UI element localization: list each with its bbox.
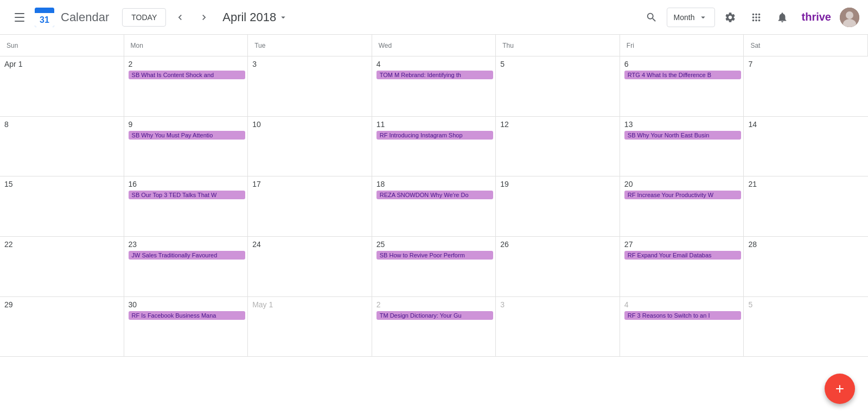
gear-icon <box>724 11 736 23</box>
event-pill[interactable]: SB Why You Must Pay Attentio <box>129 131 246 140</box>
event-pill[interactable]: TOM M Rebrand: Identifying th <box>376 71 494 79</box>
event-pill[interactable]: SB Our Top 3 TED Talks That W <box>129 191 246 199</box>
event-pill[interactable]: SB What Is Content Shock and <box>129 71 246 79</box>
day-cell[interactable]: 2TM Design Dictionary: Your Gu <box>372 297 496 357</box>
day-cell[interactable]: 3 <box>496 297 620 357</box>
day-cell[interactable]: 4TOM M Rebrand: Identifying th <box>372 56 496 117</box>
day-cell[interactable]: 25SB How to Revive Poor Perform <box>372 237 496 297</box>
calendar-icon-number: 31 <box>35 13 54 27</box>
view-mode-selector[interactable]: Month <box>667 8 715 27</box>
event-pill[interactable]: SB Why Your North East Busin <box>624 131 742 140</box>
search-button[interactable] <box>641 7 662 28</box>
day-number: 2 <box>129 60 133 68</box>
hamburger-menu-button[interactable] <box>9 7 30 28</box>
day-number: 30 <box>129 300 137 309</box>
day-number: 6 <box>624 60 629 68</box>
event-pill[interactable]: RF Expand Your Email Databas <box>624 251 742 260</box>
day-number: 27 <box>624 240 633 249</box>
day-cell[interactable]: 23JW Sales Traditionally Favoured <box>124 237 248 297</box>
day-cell[interactable]: 6RTG 4 What Is the Difference B <box>620 56 744 117</box>
day-number: Apr 1 <box>4 60 22 68</box>
day-cell[interactable]: 15 <box>0 176 124 237</box>
apps-grid-icon <box>750 11 762 23</box>
day-cell[interactable]: 10 <box>248 117 372 177</box>
day-number: 28 <box>748 240 757 249</box>
day-cell[interactable]: 28 <box>744 237 868 297</box>
day-number: 19 <box>500 180 509 188</box>
day-header-mon: Mon <box>124 35 248 56</box>
event-pill[interactable]: TM Design Dictionary: Your Gu <box>376 311 494 320</box>
day-number: 24 <box>252 240 261 249</box>
event-pill[interactable]: REZA SNOWDON Why We're Do <box>376 191 494 199</box>
day-cell[interactable]: May 1 <box>248 297 372 357</box>
current-month-label[interactable]: April 2018 <box>222 10 288 24</box>
day-cell[interactable]: 27RF Expand Your Email Databas <box>620 237 744 297</box>
day-cell[interactable]: 8 <box>0 117 124 177</box>
create-event-fab[interactable]: + <box>825 374 855 404</box>
day-cell[interactable]: 21 <box>744 176 868 237</box>
day-cell[interactable]: Apr 1 <box>0 56 124 117</box>
day-number: 20 <box>624 180 633 188</box>
day-number: 5 <box>748 300 752 309</box>
day-cell[interactable]: 18REZA SNOWDON Why We're Do <box>372 176 496 237</box>
notifications-button[interactable] <box>771 7 793 28</box>
day-number: 9 <box>129 120 133 129</box>
day-number: 3 <box>252 60 257 68</box>
day-cell[interactable]: 29 <box>0 297 124 357</box>
avatar-image <box>840 8 859 27</box>
brand-logo: thrive <box>802 11 831 23</box>
calendar-grid: SunMonTueWedThuFriSatApr 12SB What Is Co… <box>0 35 868 417</box>
day-cell[interactable]: 9SB Why You Must Pay Attentio <box>124 117 248 177</box>
day-cell[interactable]: 5 <box>744 297 868 357</box>
day-cell[interactable]: 11RF Introducing Instagram Shop <box>372 117 496 177</box>
day-number: May 1 <box>252 300 273 309</box>
google-apps-button[interactable] <box>745 7 767 28</box>
day-cell[interactable]: 14 <box>744 117 868 177</box>
svg-point-1 <box>846 11 853 19</box>
day-number: 3 <box>500 300 505 309</box>
dropdown-arrow-icon <box>278 12 288 22</box>
day-number: 17 <box>252 180 261 188</box>
event-pill[interactable]: RF 3 Reasons to Switch to an I <box>624 311 742 320</box>
today-button[interactable]: TODAY <box>122 8 166 27</box>
day-cell[interactable]: 24 <box>248 237 372 297</box>
event-pill[interactable]: RF Is Facebook Business Mana <box>129 311 246 320</box>
day-cell[interactable]: 12 <box>496 117 620 177</box>
day-number: 21 <box>748 180 757 188</box>
day-cell[interactable]: 16SB Our Top 3 TED Talks That W <box>124 176 248 237</box>
day-cell[interactable]: 2SB What Is Content Shock and <box>124 56 248 117</box>
month-year-text: April 2018 <box>222 10 276 24</box>
day-header-wed: Wed <box>372 35 496 56</box>
day-cell[interactable]: 7 <box>744 56 868 117</box>
day-cell[interactable]: 30RF Is Facebook Business Mana <box>124 297 248 357</box>
event-pill[interactable]: JW Sales Traditionally Favoured <box>129 251 246 260</box>
day-number: 5 <box>500 60 505 68</box>
day-number: 22 <box>4 240 13 249</box>
event-pill[interactable]: RTG 4 What Is the Difference B <box>624 71 742 79</box>
day-cell[interactable]: 3 <box>248 56 372 117</box>
day-header-tue: Tue <box>248 35 372 56</box>
event-pill[interactable]: RF Increase Your Productivity W <box>624 191 742 199</box>
day-number: 15 <box>4 180 13 188</box>
day-cell[interactable]: 13SB Why Your North East Busin <box>620 117 744 177</box>
next-month-button[interactable] <box>194 8 214 27</box>
settings-button[interactable] <box>719 7 741 28</box>
day-cell[interactable]: 26 <box>496 237 620 297</box>
app-title: Calendar <box>61 10 109 24</box>
day-cell[interactable]: 22 <box>0 237 124 297</box>
day-cell[interactable]: 5 <box>496 56 620 117</box>
day-number: 13 <box>624 120 633 129</box>
prev-month-button[interactable] <box>170 8 190 27</box>
day-number: 10 <box>252 120 261 129</box>
day-cell[interactable]: 19 <box>496 176 620 237</box>
day-number: 11 <box>376 120 385 129</box>
chevron-left-icon <box>175 12 186 23</box>
day-cell[interactable]: 4RF 3 Reasons to Switch to an I <box>620 297 744 357</box>
event-pill[interactable]: RF Introducing Instagram Shop <box>376 131 494 140</box>
user-avatar[interactable] <box>840 8 859 27</box>
view-mode-label: Month <box>674 13 695 22</box>
event-pill[interactable]: SB How to Revive Poor Perform <box>376 251 494 260</box>
day-cell[interactable]: 20RF Increase Your Productivity W <box>620 176 744 237</box>
day-number: 4 <box>624 300 629 309</box>
day-cell[interactable]: 17 <box>248 176 372 237</box>
